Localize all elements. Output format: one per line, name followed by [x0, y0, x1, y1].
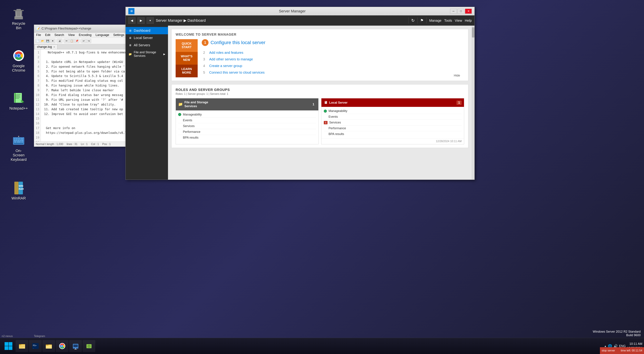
taskbar-other-app[interactable]: [82, 340, 95, 352]
ls-bpa[interactable]: BPA results: [324, 131, 462, 137]
file-storage-header-label2: Services: [184, 104, 309, 108]
step-5-label[interactable]: Connect this server to cloud services: [209, 71, 264, 75]
svg-rect-25: [14, 138, 16, 139]
fs-manageability[interactable]: Manageability: [178, 112, 316, 118]
view-btn[interactable]: View: [455, 19, 462, 23]
svg-line-4: [16, 11, 16, 16]
toolbar-save[interactable]: 💾: [45, 39, 50, 43]
sidebar-file-storage-label: File and Storage Services: [134, 51, 162, 58]
fs-performance[interactable]: Performance: [178, 129, 316, 135]
taskbar-folder[interactable]: [42, 340, 55, 352]
step-4[interactable]: 4 Create a server group: [202, 63, 460, 69]
menu-view[interactable]: View: [68, 33, 76, 37]
local-server-badge: 1: [456, 101, 462, 105]
taskbar-file-explorer[interactable]: [16, 340, 28, 352]
learn-more-box[interactable]: LEARN MORE: [176, 65, 198, 77]
step-3[interactable]: 3 Add other servers to manage: [202, 56, 460, 63]
menu-language[interactable]: Language: [95, 33, 110, 37]
fs-events[interactable]: Events: [178, 118, 316, 123]
tools-btn[interactable]: Tools: [444, 19, 452, 23]
svg-rect-16: [16, 95, 20, 95]
windows-build: Build 9600: [593, 333, 640, 337]
winrar-label: WinRAR: [12, 196, 26, 200]
step-5[interactable]: 5 Connect this server to cloud services: [202, 69, 460, 76]
menu-edit[interactable]: Edit: [44, 33, 51, 37]
role-card-file-storage[interactable]: 📁 File and Storage Services 1: [176, 98, 318, 144]
toolbar-cut[interactable]: ✂: [64, 39, 69, 43]
menu-encoding[interactable]: Encoding: [78, 33, 92, 37]
role-card-local-server[interactable]: 🖥 Local Server 1 Manageability: [321, 98, 464, 144]
toolbar-copy[interactable]: 📋: [69, 39, 74, 43]
menu-search[interactable]: Search: [54, 33, 65, 37]
step-2[interactable]: 2 Add roles and features: [202, 49, 460, 56]
taskbar-server-manager[interactable]: [69, 340, 82, 352]
sm-close[interactable]: ✕: [465, 9, 472, 14]
step-4-label[interactable]: Create a server group: [209, 64, 242, 68]
notepad-tab-change-log[interactable]: change.log ✕: [35, 45, 58, 49]
step-2-label[interactable]: Add roles and features: [209, 51, 243, 55]
sidebar-item-file-storage[interactable]: 📁 File and Storage Services ▶: [126, 49, 168, 59]
whats-new-box[interactable]: WHAT'S NEW: [176, 52, 198, 65]
tab-close-icon[interactable]: ✕: [53, 46, 55, 48]
ls-manageability[interactable]: Manageability: [324, 108, 462, 114]
toolbar-paste[interactable]: 📌: [74, 39, 79, 43]
desktop: Recycle Bin Google Chrome: [0, 0, 644, 354]
toolbar-open[interactable]: 📂: [40, 39, 45, 43]
step-3-label[interactable]: Add other servers to manage: [209, 57, 253, 61]
sm-minimize[interactable]: ─: [450, 9, 457, 14]
fs-services[interactable]: Services: [178, 123, 316, 129]
desktop-icon-notepad[interactable]: + + + Notepad++: [8, 90, 29, 112]
taskbar-powershell[interactable]: PS> _: [29, 340, 42, 352]
sm-dropdown-btn[interactable]: ▼: [147, 17, 154, 24]
ls-events-label: Events: [328, 115, 338, 119]
toolbar-redo[interactable]: ↪: [86, 39, 91, 43]
tray-expand-btn[interactable]: ▲: [604, 345, 606, 347]
taskbar-chrome[interactable]: [56, 340, 68, 352]
sm-flag-btn[interactable]: ⚑: [420, 18, 424, 23]
ls-performance-label: Performance: [328, 127, 346, 130]
menu-settings[interactable]: Settings: [112, 33, 125, 37]
telegram-label: Telegram: [34, 335, 45, 338]
sm-back-btn[interactable]: ◀: [128, 17, 136, 24]
sidebar-item-dashboard[interactable]: ⊞ Dashboard: [126, 27, 168, 34]
toolbar-close[interactable]: ✕: [50, 39, 55, 43]
scrollbar-thumb[interactable]: [472, 27, 474, 38]
sm-forward-btn[interactable]: ▶: [138, 17, 144, 24]
quick-start-box[interactable]: QUICK START: [176, 39, 198, 52]
svg-rect-69: [75, 348, 76, 349]
toolbar-undo[interactable]: ↩: [81, 39, 86, 43]
toolbar-new[interactable]: 📄: [35, 39, 40, 43]
menu-file[interactable]: File: [36, 33, 42, 37]
local-server-header-label: Local Server: [329, 101, 348, 104]
sidebar-item-local-server[interactable]: 🖥 Local Server: [126, 34, 168, 42]
svg-line-8: [21, 11, 22, 16]
sm-scrollbar[interactable]: [472, 26, 474, 180]
all-servers-icon: 🖥: [128, 44, 132, 47]
hide-button[interactable]: Hide: [454, 74, 460, 77]
manage-btn[interactable]: Manage: [429, 19, 442, 23]
svg-rect-32: [18, 140, 19, 141]
desktop-icon-chrome[interactable]: Google Chrome: [8, 48, 29, 74]
fs-bpa[interactable]: BPA results: [178, 135, 316, 140]
desktop-icon-winrar[interactable]: WIN RAR WinRAR: [8, 180, 29, 202]
ls-events[interactable]: Events: [324, 114, 462, 120]
help-btn[interactable]: Help: [465, 19, 472, 23]
sm-refresh-btn[interactable]: ↻: [411, 18, 415, 23]
desktop-icon-osk[interactable]: On-Screen Keyboard: [8, 132, 29, 163]
server-manager-window: 🖥 Server Manager ─ □ ✕ ◀ ▶ ▼ Server Mana…: [126, 7, 475, 180]
start-button[interactable]: [2, 340, 15, 352]
local-server-footer: 12/28/2024 10:11 AM: [322, 138, 464, 144]
ls-performance[interactable]: Performance: [324, 126, 462, 131]
toolbar-print[interactable]: 🖨: [57, 39, 62, 43]
stop-server-label[interactable]: stop server: [602, 349, 615, 352]
desktop-icon-recycle-bin[interactable]: Recycle Bin: [8, 5, 29, 32]
configure-text[interactable]: Configure this local server: [210, 40, 266, 45]
whats-new-label: WHAT'S NEW: [178, 55, 196, 62]
svg-rect-18: [16, 97, 20, 97]
sidebar-all-servers-label: All Servers: [134, 43, 150, 47]
sm-top-actions: ↻ ⚑ Manage Tools View Help: [408, 18, 472, 24]
sm-maximize[interactable]: □: [458, 9, 464, 14]
learn-more-label: LEARN MORE: [178, 67, 196, 75]
ls-services[interactable]: 1 Services: [324, 120, 462, 126]
sidebar-item-all-servers[interactable]: 🖥 All Servers: [126, 42, 168, 49]
